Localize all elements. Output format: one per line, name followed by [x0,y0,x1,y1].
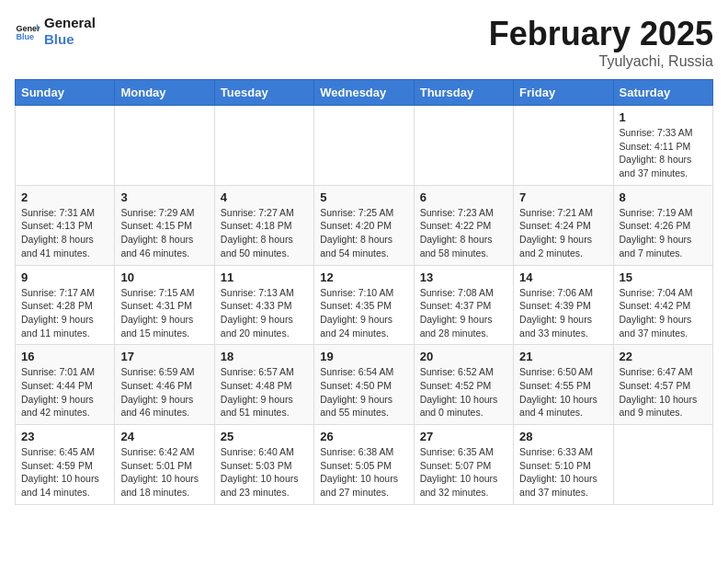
calendar-cell [16,106,115,186]
day-info: Sunrise: 6:40 AM Sunset: 5:03 PM Dayligh… [221,445,308,500]
day-number: 3 [120,190,208,204]
weekday-header-thursday: Thursday [414,80,513,106]
day-number: 8 [620,190,707,204]
calendar-cell: 23Sunrise: 6:45 AM Sunset: 4:59 PM Dayli… [16,425,115,505]
weekday-header-saturday: Saturday [613,80,712,106]
calendar-cell: 28Sunrise: 6:33 AM Sunset: 5:10 PM Dayli… [514,425,613,505]
day-number: 18 [221,350,308,363]
day-info: Sunrise: 6:59 AM Sunset: 4:46 PM Dayligh… [120,365,208,419]
calendar-subtitle: Tyulyachi, Russia [489,53,713,70]
day-number: 27 [420,430,507,443]
calendar-cell: 5Sunrise: 7:25 AM Sunset: 4:20 PM Daylig… [314,185,414,265]
day-number: 11 [221,270,308,284]
title-block: February 2025 Tyulyachi, Russia [489,15,713,70]
day-info: Sunrise: 6:54 AM Sunset: 4:50 PM Dayligh… [320,365,407,419]
day-info: Sunrise: 7:21 AM Sunset: 4:24 PM Dayligh… [519,206,607,260]
calendar-cell: 21Sunrise: 6:50 AM Sunset: 4:55 PM Dayli… [514,345,613,425]
day-info: Sunrise: 7:27 AM Sunset: 4:18 PM Dayligh… [221,206,308,260]
day-info: Sunrise: 6:35 AM Sunset: 5:07 PM Dayligh… [420,445,507,500]
day-info: Sunrise: 6:45 AM Sunset: 4:59 PM Dayligh… [21,445,108,500]
calendar-cell: 2Sunrise: 7:31 AM Sunset: 4:13 PM Daylig… [16,185,115,265]
day-info: Sunrise: 7:06 AM Sunset: 4:39 PM Dayligh… [519,286,607,340]
calendar-cell: 25Sunrise: 6:40 AM Sunset: 5:03 PM Dayli… [214,425,313,505]
day-info: Sunrise: 7:15 AM Sunset: 4:31 PM Dayligh… [120,286,208,340]
day-info: Sunrise: 7:33 AM Sunset: 4:11 PM Dayligh… [620,126,707,180]
logo-text-blue: Blue [44,31,96,48]
calendar-cell: 12Sunrise: 7:10 AM Sunset: 4:35 PM Dayli… [314,265,414,345]
day-number: 4 [221,190,308,204]
day-number: 20 [420,350,507,363]
calendar-cell: 26Sunrise: 6:38 AM Sunset: 5:05 PM Dayli… [314,425,414,505]
calendar-cell: 9Sunrise: 7:17 AM Sunset: 4:28 PM Daylig… [16,265,115,345]
day-info: Sunrise: 7:04 AM Sunset: 4:42 PM Dayligh… [620,286,707,340]
calendar-cell: 8Sunrise: 7:19 AM Sunset: 4:26 PM Daylig… [613,185,712,265]
calendar-cell: 3Sunrise: 7:29 AM Sunset: 4:15 PM Daylig… [115,185,214,265]
week-row-4: 16Sunrise: 7:01 AM Sunset: 4:44 PM Dayli… [16,345,713,425]
day-number: 24 [120,430,208,443]
calendar-cell: 16Sunrise: 7:01 AM Sunset: 4:44 PM Dayli… [16,345,115,425]
day-info: Sunrise: 7:29 AM Sunset: 4:15 PM Dayligh… [120,206,208,260]
weekday-header-row: SundayMondayTuesdayWednesdayThursdayFrid… [16,80,713,106]
weekday-header-friday: Friday [514,80,613,106]
calendar-cell: 27Sunrise: 6:35 AM Sunset: 5:07 PM Dayli… [414,425,513,505]
week-row-5: 23Sunrise: 6:45 AM Sunset: 4:59 PM Dayli… [16,425,713,505]
week-row-2: 2Sunrise: 7:31 AM Sunset: 4:13 PM Daylig… [16,185,713,265]
week-row-3: 9Sunrise: 7:17 AM Sunset: 4:28 PM Daylig… [16,265,713,345]
day-info: Sunrise: 7:08 AM Sunset: 4:37 PM Dayligh… [420,286,507,340]
day-number: 21 [519,350,607,363]
day-info: Sunrise: 7:01 AM Sunset: 4:44 PM Dayligh… [21,365,108,419]
day-info: Sunrise: 7:25 AM Sunset: 4:20 PM Dayligh… [320,206,407,260]
calendar-cell: 17Sunrise: 6:59 AM Sunset: 4:46 PM Dayli… [115,345,214,425]
calendar-table: SundayMondayTuesdayWednesdayThursdayFrid… [15,79,713,505]
calendar-cell: 1Sunrise: 7:33 AM Sunset: 4:11 PM Daylig… [613,106,712,186]
logo-text-general: General [44,15,96,31]
calendar-cell: 10Sunrise: 7:15 AM Sunset: 4:31 PM Dayli… [115,265,214,345]
day-number: 1 [620,110,707,124]
day-number: 22 [620,350,707,363]
day-info: Sunrise: 6:57 AM Sunset: 4:48 PM Dayligh… [221,365,308,419]
calendar-cell: 22Sunrise: 6:47 AM Sunset: 4:57 PM Dayli… [613,345,712,425]
day-info: Sunrise: 7:17 AM Sunset: 4:28 PM Dayligh… [21,286,108,340]
calendar-cell: 19Sunrise: 6:54 AM Sunset: 4:50 PM Dayli… [314,345,414,425]
day-number: 19 [320,350,407,363]
calendar-cell: 11Sunrise: 7:13 AM Sunset: 4:33 PM Dayli… [214,265,313,345]
day-number: 6 [420,190,507,204]
svg-text:Blue: Blue [16,32,34,41]
calendar-cell: 24Sunrise: 6:42 AM Sunset: 5:01 PM Dayli… [115,425,214,505]
day-info: Sunrise: 6:33 AM Sunset: 5:10 PM Dayligh… [519,445,607,500]
day-number: 17 [120,350,208,363]
day-info: Sunrise: 7:31 AM Sunset: 4:13 PM Dayligh… [21,206,108,260]
day-number: 25 [221,430,308,443]
day-number: 7 [519,190,607,204]
day-info: Sunrise: 6:50 AM Sunset: 4:55 PM Dayligh… [519,365,607,419]
day-info: Sunrise: 6:38 AM Sunset: 5:05 PM Dayligh… [320,445,407,500]
logo: General Blue General Blue [15,15,96,48]
weekday-header-wednesday: Wednesday [314,80,414,106]
day-number: 26 [320,430,407,443]
day-info: Sunrise: 7:19 AM Sunset: 4:26 PM Dayligh… [620,206,707,260]
calendar-cell: 7Sunrise: 7:21 AM Sunset: 4:24 PM Daylig… [514,185,613,265]
calendar-cell: 20Sunrise: 6:52 AM Sunset: 4:52 PM Dayli… [414,345,513,425]
day-info: Sunrise: 7:23 AM Sunset: 4:22 PM Dayligh… [420,206,507,260]
calendar-cell: 6Sunrise: 7:23 AM Sunset: 4:22 PM Daylig… [414,185,513,265]
calendar-cell: 13Sunrise: 7:08 AM Sunset: 4:37 PM Dayli… [414,265,513,345]
day-info: Sunrise: 6:52 AM Sunset: 4:52 PM Dayligh… [420,365,507,419]
calendar-body: 1Sunrise: 7:33 AM Sunset: 4:11 PM Daylig… [16,106,713,505]
calendar-cell: 14Sunrise: 7:06 AM Sunset: 4:39 PM Dayli… [514,265,613,345]
day-number: 2 [21,190,108,204]
page-header: General Blue General Blue February 2025 … [15,15,713,70]
calendar-title: February 2025 [489,15,713,53]
calendar-cell [115,106,214,186]
logo-icon: General Blue [15,18,40,44]
day-number: 12 [320,270,407,284]
calendar-cell: 4Sunrise: 7:27 AM Sunset: 4:18 PM Daylig… [214,185,313,265]
weekday-header-monday: Monday [115,80,214,106]
calendar-cell [514,106,613,186]
day-info: Sunrise: 6:42 AM Sunset: 5:01 PM Dayligh… [120,445,208,500]
day-number: 15 [620,270,707,284]
day-number: 10 [120,270,208,284]
day-number: 16 [21,350,108,363]
day-number: 28 [519,430,607,443]
calendar-cell [214,106,313,186]
week-row-1: 1Sunrise: 7:33 AM Sunset: 4:11 PM Daylig… [16,106,713,186]
